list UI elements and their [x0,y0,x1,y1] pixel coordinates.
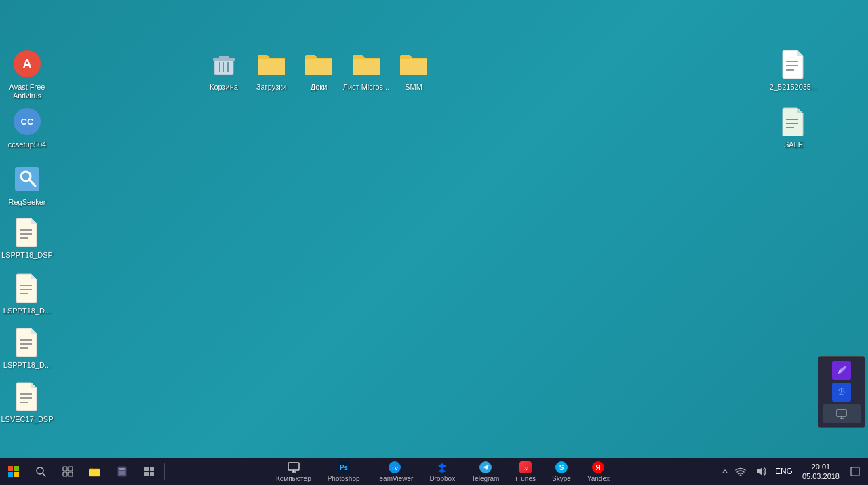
svg-rect-42 [68,467,73,471]
chevron-up-icon [722,468,728,475]
taskbar-itunes[interactable]: ♫ iTunes [507,458,544,485]
network-icon[interactable] [730,458,751,485]
lsppt18dsp-icon [11,216,43,248]
control-panel-button[interactable] [136,458,163,485]
desktop-icon-regseeker[interactable]: RegSeeker [0,163,54,207]
system-tray: ENG 20:01 05.03.2018 [719,458,868,485]
lsppt18d1-label: LSPPT18_D... [3,307,51,315]
svg-rect-19 [20,229,32,231]
desktop-icon-lsppt18dsp[interactable]: LSPPT18_DSP [0,216,54,260]
taskbar-yandex[interactable]: Я Yandex [579,458,618,485]
desktop-icon-downloads[interactable]: Загрузки [244,47,298,92]
taskbar-dropbox[interactable]: Dropbox [421,458,463,485]
svg-rect-52 [119,473,121,475]
lsppt18dsp-label: LSPPT18_DSP [1,251,53,260]
notification-popup: ℬ [818,356,865,428]
svg-rect-27 [20,347,28,349]
lsppt18d2-label: LSPPT18_D... [3,361,51,370]
clock-display[interactable]: 20:01 05.03.2018 [797,458,845,485]
tray-expand-button[interactable] [719,458,730,485]
photoshop-label: Photoshop [328,475,360,482]
dropbox-label: Dropbox [429,475,455,482]
wifi-icon [735,467,746,476]
desktop-icon-lsppt18d1[interactable]: LSPPT18_D... [0,271,54,315]
svg-text:Ps: Ps [339,464,348,471]
recycle-icon [208,47,240,80]
svg-text:♫: ♫ [524,465,528,471]
desktop-icon-lsppt18d2[interactable]: LSPPT18_D... [0,326,54,370]
lsvec17dsp-label: LSVEC17_DSP [1,415,53,424]
desktop-icon-lsvec17dsp[interactable]: LSVEC17_DSP [0,380,54,424]
desktop-icon-avast[interactable]: A Avast Free Antivirus [0,47,54,100]
taskbar-teamviewer[interactable]: TV TeamViewer [368,458,422,485]
svg-rect-22 [20,285,32,286]
svg-rect-14 [786,123,798,124]
search-button[interactable] [27,458,54,485]
stylus-tray-icon[interactable] [832,361,851,380]
svg-rect-24 [20,293,28,294]
language-button[interactable]: ENG [771,458,797,485]
docs-label: Доки [311,83,328,92]
svg-rect-8 [786,61,798,62]
svg-rect-59 [288,463,299,470]
desktop-icon-sale[interactable]: SALE [766,105,821,149]
svg-marker-66 [438,463,446,469]
svg-text:ℬ: ℬ [838,387,845,397]
desktop-icon-file1[interactable]: 2_52152035... [766,47,821,92]
svg-rect-51 [123,471,125,473]
teamviewer-icon: TV [388,461,401,474]
taskbar-telegram[interactable]: Telegram [463,458,507,485]
taskbar-photoshop[interactable]: Ps Photoshop [319,458,368,485]
svg-rect-29 [20,397,32,399]
desktop-icon-microsoft[interactable]: Лист Micros... [339,47,393,92]
downloads-folder-icon [255,47,288,80]
bluetooth-tray-icon[interactable]: ℬ [832,383,851,402]
svg-rect-28 [20,393,32,395]
lsppt18d2-icon [11,326,43,358]
svg-rect-21 [20,237,28,239]
calculator-button[interactable] [108,458,136,485]
search-icon [35,466,46,477]
desktop-icon-docs[interactable]: Доки [292,47,346,92]
svg-rect-3 [213,58,235,61]
svg-rect-15 [786,127,794,128]
calculator-icon [117,466,127,477]
svg-rect-41 [63,467,67,471]
svg-rect-48 [119,468,125,470]
start-button[interactable] [0,458,27,485]
komputer-label: Компьютер [276,475,311,482]
downloads-label: Загрузки [256,83,286,92]
monitor-tray-icon[interactable] [823,404,861,423]
file-explorer-button[interactable] [81,458,108,485]
yandex-icon: Я [591,461,605,474]
svg-rect-56 [150,467,154,471]
svg-text:A: A [23,57,32,71]
windows-logo-icon [8,466,19,477]
sale-icon [777,105,810,138]
svg-rect-44 [68,472,73,476]
svg-rect-38 [14,472,19,477]
clock-date: 05.03.2018 [802,471,840,481]
desktop-icon-recycle[interactable]: Корзина [197,47,251,92]
svg-text:S: S [559,464,564,471]
desktop-icon-ccsetup[interactable]: CC ccsetup504 [0,105,54,149]
ccsetup-icon: CC [11,105,43,138]
notification-center-button[interactable] [845,458,865,485]
svg-rect-9 [786,65,798,66]
svg-rect-26 [20,343,32,345]
microsoft-folder-icon [350,47,382,80]
svg-rect-49 [119,471,121,473]
svg-marker-69 [438,469,446,473]
svg-rect-16 [15,167,39,191]
svg-rect-43 [63,472,67,476]
taskbar-komputer[interactable]: Компьютер [268,458,319,485]
desktop-icon-smm[interactable]: SMM [387,47,441,92]
svg-marker-78 [757,467,762,476]
microsoft-label: Лист Micros... [343,83,390,92]
svg-rect-25 [20,339,32,341]
task-view-button[interactable] [54,458,81,485]
avast-label: Avast Free Antivirus [0,83,54,100]
settings-icon [144,466,155,477]
taskbar-skype[interactable]: S Skype [544,458,579,485]
volume-icon[interactable] [751,458,771,485]
